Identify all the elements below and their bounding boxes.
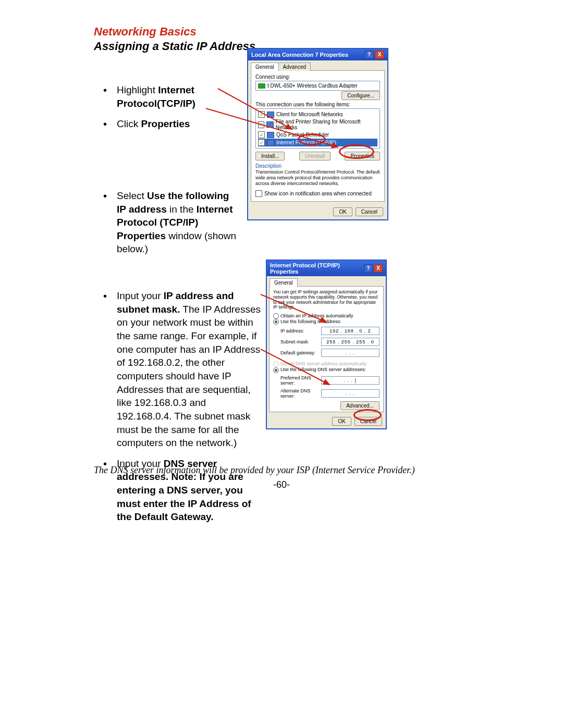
component-icon (267, 140, 274, 146)
radio-use-dns[interactable]: Use the following DNS server addresses: (273, 367, 380, 373)
network-card-icon (258, 83, 265, 89)
text: in the (167, 204, 197, 215)
uninstall-button: Uninstall (299, 152, 331, 161)
tab-general[interactable]: General (270, 278, 298, 287)
list-item-label: QoS Packet Scheduler (276, 132, 329, 138)
install-button[interactable]: Install... (255, 152, 285, 161)
cancel-button[interactable]: Cancel (354, 417, 382, 426)
component-icon (267, 112, 274, 118)
adapter-box: t DWL-650+ Wireless Cardbus Adapter (255, 81, 380, 91)
checkbox-icon[interactable]: ✓ (258, 111, 265, 118)
list-item[interactable]: ✓Client for Microsoft Networks (258, 110, 377, 118)
list-item-label: Internet Protocol (TCP/IP) (276, 140, 336, 145)
text: Highlight (117, 84, 158, 95)
default-gateway-label: Default gateway: (280, 350, 321, 355)
checkbox-icon[interactable]: ✓ (258, 139, 265, 146)
list-item-selected[interactable]: ✓Internet Protocol (TCP/IP) (258, 139, 377, 146)
tab-general[interactable]: General (251, 63, 279, 71)
connect-using-label: Connect using: (255, 74, 380, 80)
description-label: Description (255, 163, 380, 169)
footnote: The DNS server information will be provi… (94, 465, 448, 476)
show-icon-checkbox[interactable]: ✓ Show icon in notification area when co… (255, 190, 380, 197)
text: Select (117, 190, 147, 201)
page-number: -60- (0, 479, 563, 490)
dialog-title: Internet Protocol (TCP/IP) Properties (270, 262, 363, 275)
properties-button[interactable]: Properties (345, 152, 380, 161)
instruction-item: Highlight Internet Protocol(TCP/IP) (94, 83, 240, 110)
radio-obtain-ip[interactable]: Obtain an IP address automatically (273, 313, 380, 319)
intro-text: You can get IP settings assigned automat… (273, 290, 380, 310)
text: Input your (117, 290, 164, 301)
instruction-item: Input your IP address and subnet mask. T… (94, 289, 264, 450)
show-icon-label: Show icon in notification area when conn… (264, 191, 372, 196)
alternate-dns-label: Alternate DNS server: (280, 388, 321, 399)
list-item-label: File and Printer Sharing for Microsoft N… (276, 119, 377, 130)
subnet-mask-input[interactable]: 255 . 255 . 255 . 0 (321, 338, 380, 346)
help-icon[interactable]: ? (364, 264, 373, 273)
checkbox-icon[interactable]: ✓ (255, 190, 262, 197)
cancel-button[interactable]: Cancel (356, 207, 383, 216)
ip-address-input[interactable]: 192 . 168 . 0 . 2 (321, 327, 380, 335)
radio-label: Obtain an IP address automatically (280, 313, 353, 318)
checkbox-icon[interactable]: ✓ (258, 121, 264, 128)
close-icon[interactable]: X (375, 51, 384, 59)
help-icon[interactable]: ? (364, 51, 374, 59)
ok-button[interactable]: OK (333, 207, 352, 216)
description-text: Transmission Control Protocol/Internet P… (255, 169, 380, 186)
local-area-connection-properties-dialog: Local Area Connection 7 Properties ? X G… (247, 48, 388, 220)
list-item-label: Client for Microsoft Networks (276, 112, 343, 117)
radio-label: Use the following IP address: (280, 319, 341, 324)
radio-label: Use the following DNS server addresses: (280, 367, 366, 372)
text: Click (117, 118, 141, 129)
dialog-titlebar: Local Area Connection 7 Properties ? X (248, 49, 387, 60)
connection-items-list[interactable]: ✓Client for Microsoft Networks ✓File and… (255, 108, 380, 149)
configure-button[interactable]: Configure... (341, 91, 380, 100)
checkbox-icon[interactable]: ✓ (258, 131, 265, 138)
instruction-item: Click Properties (94, 117, 240, 131)
list-item[interactable]: ✓File and Printer Sharing for Microsoft … (258, 118, 377, 131)
advanced-button[interactable]: Advanced... (340, 401, 380, 410)
adapter-name: t DWL-650+ Wireless Cardbus Adapter (267, 83, 358, 89)
text: The IP Addresses on your network must be… (117, 304, 261, 448)
preferred-dns-input[interactable]: . . . | (321, 376, 380, 385)
radio-obtain-dns: Obtain DNS server address automatically (273, 361, 380, 367)
section-heading: Networking Basics (94, 25, 490, 39)
component-icon (266, 121, 273, 128)
instruction-item: Select Use the following IP address in t… (94, 189, 240, 256)
text-bold: Properties (141, 118, 190, 129)
ip-address-label: IP address: (280, 328, 321, 334)
subnet-mask-label: Subnet mask: (280, 339, 321, 344)
connection-uses-label: This connection uses the following items… (255, 102, 380, 107)
default-gateway-input[interactable]: . . . (321, 349, 380, 357)
radio-use-ip[interactable]: Use the following IP address: (273, 319, 380, 325)
close-icon[interactable]: X (374, 264, 383, 273)
preferred-dns-label: Preferred DNS server: (280, 375, 321, 386)
tcpip-properties-dialog: Internet Protocol (TCP/IP) Properties ? … (266, 260, 387, 429)
radio-label: Obtain DNS server address automatically (280, 361, 366, 366)
dialog-title: Local Area Connection 7 Properties (251, 52, 348, 58)
list-item[interactable]: ✓QoS Packet Scheduler (258, 131, 377, 139)
tab-advanced[interactable]: Advanced (278, 63, 311, 71)
dialog-titlebar: Internet Protocol (TCP/IP) Properties ? … (267, 261, 386, 276)
ok-button[interactable]: OK (332, 417, 351, 426)
component-icon (267, 132, 274, 138)
alternate-dns-input[interactable]: . . . (321, 389, 380, 398)
